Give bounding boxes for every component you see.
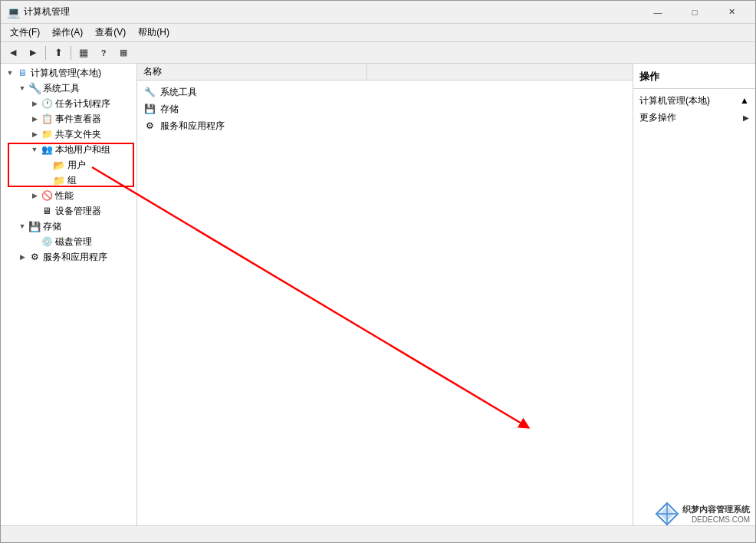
list-content: 🔧 系统工具 💾 存储 ⚙ 服务和应用程序 [137,81,633,137]
close-button[interactable]: ✕ [714,3,749,21]
tree-label-groups: 组 [67,174,77,187]
expand-icon-event: ▶ [28,113,41,125]
share-icon: 📁 [41,128,53,140]
tree-item-devmgr[interactable]: ▶ 🖥 设备管理器 [1,203,136,219]
tree-label-systool: 系统工具 [43,82,80,95]
main-window: 💻 计算机管理 — □ ✕ 文件(F) 操作(A) 查看(V) 帮助(H) ◀ … [0,0,756,543]
tree-item-users[interactable]: ▶ 📂 用户 [1,157,136,173]
tree-item-services[interactable]: ▶ ⚙ 服务和应用程序 [1,249,136,265]
watermark-diamond-icon [655,502,679,526]
expand-icon-perf: ▶ [28,189,41,202]
tool-icon: 🔧 [28,82,41,94]
tree-item-perf[interactable]: ▶ 🚫 性能 [1,188,136,203]
tree-label-localusers: 本地用户和组 [55,143,110,156]
right-panel-section-arrow: ▲ [740,95,749,106]
tree-label-storage: 存储 [43,220,61,233]
tree-item-sharedfolders[interactable]: ▶ 📁 共享文件夹 [1,127,136,142]
tree-item-diskmgmt[interactable]: ▶ 💿 磁盘管理 [1,234,136,249]
toolbar-sep1 [45,46,46,60]
toolbar-extra[interactable]: ▦ [114,44,133,61]
tree-item-systool[interactable]: ▼ 🔧 系统工具 [1,81,136,96]
tree-item-root[interactable]: ▼ 🖥 计算机管理(本地) [1,65,136,81]
storage-icon: 💾 [28,220,41,232]
expand-icon-services: ▶ [16,251,28,263]
tree-label-services: 服务和应用程序 [43,251,107,264]
list-label-services: 服务和应用程序 [160,120,225,133]
tree-label-devmgr: 设备管理器 [55,205,101,218]
watermark-line2: DEDECMS.COM [692,515,750,524]
status-bar [1,525,755,542]
toolbar-forward[interactable]: ▶ [24,44,42,61]
watermark-logo: 织梦内容管理系统 DEDECMS.COM [655,502,750,526]
tree-label-root: 计算机管理(本地) [31,67,101,80]
header-col-name[interactable]: 名称 [137,64,367,80]
tree-item-tasks[interactable]: ▶ 🕐 任务计划程序 [1,96,136,111]
expand-icon-tasks: ▶ [28,97,41,110]
menu-action[interactable]: 操作(A) [46,25,89,41]
tree-label-eventviewer: 事件查看器 [55,113,101,126]
toolbar-help[interactable]: ? [94,44,113,61]
expand-icon-localusers: ▼ [28,143,41,156]
right-panel: 操作 计算机管理(本地) ▲ 更多操作 ▶ [633,64,755,525]
disk-icon: 💿 [41,235,53,248]
tree-item-storage[interactable]: ▼ 💾 存储 [1,219,136,234]
toolbar-up[interactable]: ⬆ [49,44,67,61]
window-title: 计算机管理 [24,5,70,18]
right-panel-title: 操作 [633,67,755,89]
list-item-systool[interactable]: 🔧 系统工具 [137,84,633,100]
people-icon: 👥 [41,143,53,156]
title-bar: 💻 计算机管理 — □ ✕ [1,1,755,24]
watermark-text: 织梦内容管理系统 DEDECMS.COM [682,504,750,524]
left-panel: ▼ 🖥 计算机管理(本地) ▼ 🔧 系统工具 ▶ 🕐 任务计划程序 ▶ 📋 事件… [1,64,137,525]
folder-icon-groups: 📁 [53,174,65,186]
center-panel: 名称 🔧 系统工具 💾 存储 ⚙ 服务和应用程序 [137,64,633,525]
list-icon-storage: 💾 [143,103,156,115]
maximize-button[interactable]: □ [677,3,712,21]
title-bar-left: 💻 计算机管理 [7,5,70,18]
tree-label-diskmgmt: 磁盘管理 [55,235,92,248]
expand-icon-root: ▼ [4,67,16,79]
toolbar-show-hide[interactable]: ▦ [74,44,93,61]
list-icon-systool: 🔧 [143,86,156,98]
right-panel-more-actions[interactable]: 更多操作 ▶ [633,109,755,126]
computer-icon: 🖥 [16,67,28,79]
right-panel-section-1: 计算机管理(本地) ▲ 更多操作 ▶ [633,89,755,129]
window-icon: 💻 [7,6,19,18]
watermark-line1: 织梦内容管理系统 [682,504,750,515]
expand-icon-systool: ▼ [16,82,28,94]
menu-file[interactable]: 文件(F) [4,25,46,41]
right-panel-section-title: 计算机管理(本地) [639,94,710,107]
menu-bar: 文件(F) 操作(A) 查看(V) 帮助(H) [1,24,755,42]
list-icon-services: ⚙ [143,120,156,132]
expand-icon-shared: ▶ [28,128,41,140]
right-panel-computer-label[interactable]: 计算机管理(本地) ▲ [633,92,755,109]
title-bar-controls: — □ ✕ [640,3,749,21]
tree-item-groups[interactable]: ▶ 📁 组 [1,173,136,188]
expand-icon-storage: ▼ [16,220,28,232]
more-actions-label: 更多操作 [639,111,676,124]
toolbar: ◀ ▶ ⬆ ▦ ? ▦ [1,42,755,64]
tree-item-localusers[interactable]: ▼ 👥 本地用户和组 [1,142,136,157]
list-item-services[interactable]: ⚙ 服务和应用程序 [137,117,633,134]
list-label-systool: 系统工具 [160,86,197,99]
tree-label-perf: 性能 [55,189,74,202]
tree-label-tasks: 任务计划程序 [55,97,110,110]
clock-icon: 🕐 [41,97,53,110]
watermark: 织梦内容管理系统 DEDECMS.COM [655,502,750,526]
menu-help[interactable]: 帮助(H) [132,25,176,41]
toolbar-sep2 [71,46,71,60]
list-item-storage[interactable]: 💾 存储 [137,100,633,117]
tree-label-users: 用户 [67,159,86,172]
device-icon: 🖥 [41,205,53,217]
minimize-button[interactable]: — [640,3,675,21]
toolbar-back[interactable]: ◀ [4,44,22,61]
menu-view[interactable]: 查看(V) [89,25,132,41]
perf-icon: 🚫 [41,189,53,202]
log-icon: 📋 [41,113,53,125]
list-header: 名称 [137,64,633,81]
main-content: ▼ 🖥 计算机管理(本地) ▼ 🔧 系统工具 ▶ 🕐 任务计划程序 ▶ 📋 事件… [1,64,755,525]
tree-item-eventviewer[interactable]: ▶ 📋 事件查看器 [1,111,136,127]
service-icon: ⚙ [28,251,41,263]
folder-icon-users: 📂 [53,159,65,171]
tree-label-sharedfolders: 共享文件夹 [55,128,101,141]
